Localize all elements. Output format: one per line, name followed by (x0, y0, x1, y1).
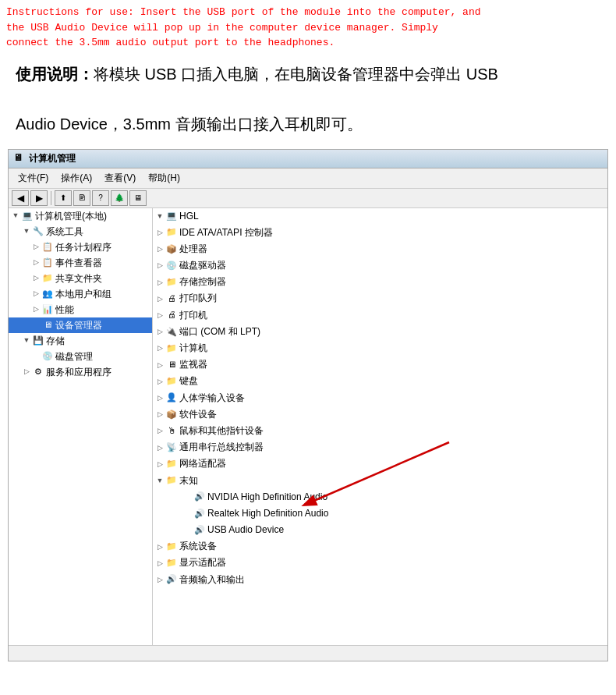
tree-button[interactable]: 🌲 (111, 190, 128, 206)
chinese-label: 使用说明： (16, 66, 94, 83)
device-label: 音频输入和输出 (179, 573, 245, 587)
storage-icon: 💾 (32, 335, 44, 346)
window-icon: 🖥 (13, 152, 26, 165)
toggle-icon: ▷ (154, 227, 165, 238)
toggle-icon: ▷ (154, 243, 165, 254)
monitor-button[interactable]: 🖥 (129, 190, 147, 206)
task-icon: 📋 (41, 242, 54, 253)
device-item-printer[interactable]: ▷ 🖨 打印机 (153, 307, 607, 324)
toggle-icon: ▷ (154, 260, 165, 271)
device-label: NVIDIA High Definition Audio (207, 490, 327, 505)
device-label: 显示适配器 (179, 555, 226, 570)
menu-help[interactable]: 帮助(H) (142, 170, 186, 186)
device-item-realtek[interactable]: 🔊 Realtek High Definition Audio (153, 505, 607, 522)
menubar: 文件(F) 操作(A) 查看(V) 帮助(H) (9, 168, 607, 189)
up-button[interactable]: ⬆ (55, 190, 72, 206)
toggle-icon: ▼ (10, 211, 21, 222)
toggle-icon: ▷ (21, 367, 32, 378)
menu-action[interactable]: 操作(A) (55, 170, 98, 186)
storage-ctrl-icon: 📁 (165, 277, 178, 288)
device-label: 人体学输入设备 (179, 391, 245, 406)
toggle-icon: ▷ (154, 310, 165, 321)
tree-item-performance[interactable]: ▷ 📊 性能 (9, 302, 152, 317)
audio-icon: 🔊 (193, 508, 206, 519)
tree-item-event-viewer[interactable]: ▷ 📋 事件查看器 (9, 255, 152, 271)
english-instructions: Instructions for use: Insert the USB por… (0, 0, 616, 54)
tree-item-storage[interactable]: ▼ 💾 存储 (9, 333, 152, 349)
device-item-disk-drive[interactable]: ▷ 💿 磁盘驱动器 (153, 257, 607, 274)
tree-label: 存储 (46, 334, 65, 348)
toggle-icon: ▷ (30, 273, 41, 284)
menu-file[interactable]: 文件(F) (12, 170, 55, 186)
device-label: 键盘 (179, 374, 198, 388)
tree-item-sys-tools[interactable]: ▼ 🔧 系统工具 (9, 224, 152, 239)
chinese-instructions: 使用说明：将模块 USB 口插入电脑，在电脑设备管理器中会弹出 USB Audi… (0, 54, 616, 141)
device-label: 磁盘驱动器 (179, 258, 226, 273)
device-item-software[interactable]: ▷ 📦 软件设备 (153, 406, 607, 423)
tree-item-task-scheduler[interactable]: ▷ 📋 任务计划程序 (9, 239, 152, 255)
disk-icon: 💿 (41, 351, 54, 362)
tree-item-device-manager[interactable]: 🖥 设备管理器 (9, 317, 152, 333)
toggle-icon: ▼ (21, 335, 32, 346)
tree-label: 设备管理器 (55, 318, 102, 332)
forward-button[interactable]: ▶ (30, 190, 48, 206)
device-item-hid[interactable]: ▷ 👤 人体学输入设备 (153, 390, 607, 406)
device-item-audio-io[interactable]: ▷ 🔊 音频输入和输出 (153, 572, 607, 588)
device-item-network[interactable]: ▷ 📁 网络适配器 (153, 456, 607, 472)
device-item-nvidia[interactable]: 🔊 NVIDIA High Definition Audio (153, 489, 607, 505)
show-hide-button[interactable]: 🖹 (73, 190, 90, 206)
tree-item-shared-folders[interactable]: ▷ 📁 共享文件夹 (9, 271, 152, 286)
device-item-hgl[interactable]: ▼ 💻 HGL (153, 208, 607, 225)
menu-view[interactable]: 查看(V) (98, 170, 142, 186)
unknown-icon: 📁 (165, 475, 178, 486)
mouse-icon: 🖱 (165, 426, 178, 437)
device-item-storage-ctrl[interactable]: ▷ 📁 存储控制器 (153, 274, 607, 290)
tree-label: 性能 (55, 303, 74, 317)
device-item-monitors[interactable]: ▷ 🖥 监视器 (153, 356, 607, 373)
toggle-icon: ▷ (154, 442, 165, 453)
device-label: 打印队列 (179, 291, 217, 306)
device-item-display[interactable]: ▷ 📁 显示适配器 (153, 555, 607, 571)
device-item-cpu[interactable]: ▷ 📦 处理器 (153, 241, 607, 257)
audio-io-icon: 🔊 (165, 574, 178, 585)
ide-icon: 📁 (165, 227, 178, 238)
toggle-icon: ▷ (154, 574, 165, 585)
toggle-icon: ▼ (154, 475, 165, 486)
device-item-computers[interactable]: ▷ 📁 计算机 (153, 340, 607, 356)
tree-label: 共享文件夹 (55, 271, 102, 285)
tree-item-computer-mgmt[interactable]: ▼ 💻 计算机管理(本地) (9, 208, 152, 224)
window-title: 计算机管理 (29, 152, 76, 165)
tree-item-disk-mgmt[interactable]: 💿 磁盘管理 (9, 349, 152, 364)
help-button[interactable]: ? (92, 190, 109, 206)
usb-ctrl-icon: 📡 (165, 442, 178, 453)
device-item-ide[interactable]: ▷ 📁 IDE ATA/ATAPI 控制器 (153, 225, 607, 241)
device-label: IDE ATA/ATAPI 控制器 (179, 225, 273, 240)
tree-label: 任务计划程序 (55, 240, 112, 254)
tree-item-services[interactable]: ▷ ⚙ 服务和应用程序 (9, 364, 152, 380)
toggle-icon: ▷ (154, 558, 165, 569)
device-item-keyboard[interactable]: ▷ 📁 键盘 (153, 373, 607, 389)
device-label: 网络适配器 (179, 456, 226, 471)
device-label: 鼠标和其他指针设备 (179, 424, 264, 438)
device-label: 计算机 (179, 341, 207, 356)
toggle-icon: ▷ (30, 257, 41, 268)
toggle-icon: ▷ (30, 242, 41, 253)
tree-item-local-users[interactable]: ▷ 👥 本地用户和组 (9, 286, 152, 302)
toggle-icon: ▷ (154, 293, 165, 304)
toggle-icon: ▼ (21, 226, 32, 237)
device-item-print-queue[interactable]: ▷ 🖨 打印队列 (153, 290, 607, 307)
device-item-usb-audio[interactable]: 🔊 USB Audio Device (153, 522, 607, 538)
toolbar: ◀ ▶ ⬆ 🖹 ? 🌲 🖥 (9, 189, 607, 208)
device-item-usb-ctrl[interactable]: ▷ 📡 通用串行总线控制器 (153, 439, 607, 456)
device-item-ports[interactable]: ▷ 🔌 端口 (COM 和 LPT) (153, 324, 607, 340)
device-label: 处理器 (179, 242, 207, 257)
device-label: 系统设备 (179, 539, 217, 554)
device-item-system[interactable]: ▷ 📁 系统设备 (153, 538, 607, 555)
device-item-mouse[interactable]: ▷ 🖱 鼠标和其他指针设备 (153, 423, 607, 439)
device-label: 监视器 (179, 357, 207, 372)
back-button[interactable]: ◀ (12, 190, 29, 206)
disk-drive-icon: 💿 (165, 261, 178, 271)
window-body: ▼ 💻 计算机管理(本地) ▼ 🔧 系统工具 ▷ 📋 任务计划程序 ▷ 📋 事件… (9, 208, 607, 645)
computer-icon: 💻 (165, 211, 178, 222)
device-item-unknown[interactable]: ▼ 📁 末知 (153, 473, 607, 489)
